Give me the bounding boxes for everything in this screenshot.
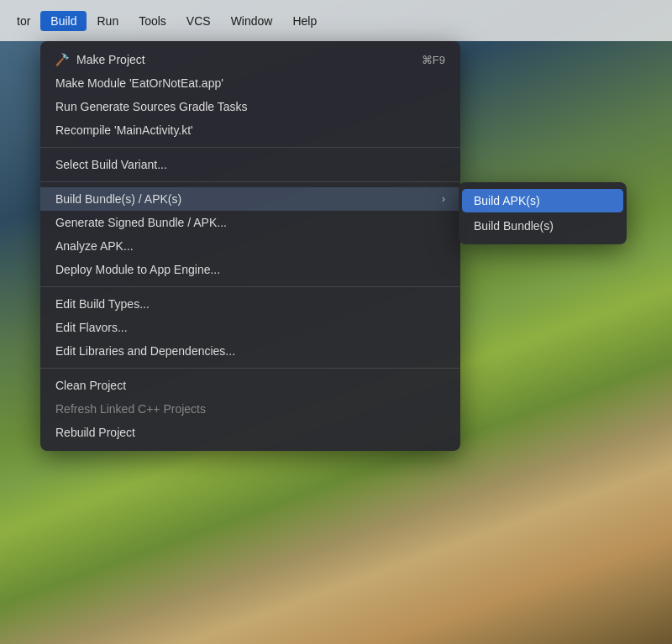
build-bundle-apk-item[interactable]: Build Bundle(s) / APK(s) › Build APK(s) … — [40, 187, 460, 211]
make-project-item[interactable]: 🔨 Make Project ⌘F9 — [40, 48, 460, 71]
make-project-shortcut: ⌘F9 — [422, 54, 445, 66]
build-apk-item[interactable]: Build APK(s) — [462, 189, 623, 212]
hammer-icon: 🔨 — [55, 53, 70, 66]
generate-signed-label: Generate Signed Bundle / APK... — [55, 216, 445, 229]
menu-section-2: Select Build Variant... — [40, 151, 460, 178]
menu-section-4: Edit Build Types... Edit Flavors... Edit… — [40, 291, 460, 364]
clean-project-item[interactable]: Clean Project — [40, 374, 460, 397]
rebuild-project-item[interactable]: Rebuild Project — [40, 421, 460, 444]
edit-build-types-label: Edit Build Types... — [55, 297, 445, 311]
run-generate-label: Run Generate Sources Gradle Tasks — [55, 100, 445, 113]
build-bundle-apk-label: Build Bundle(s) / APK(s) — [55, 192, 442, 206]
menubar: tor Build Run Tools VCS Window Help — [0, 0, 672, 41]
divider-1 — [40, 147, 460, 148]
menubar-item-tools[interactable]: Tools — [129, 11, 176, 31]
edit-libraries-item[interactable]: Edit Libraries and Dependencies... — [40, 339, 460, 363]
select-variant-item[interactable]: Select Build Variant... — [40, 153, 460, 176]
select-variant-label: Select Build Variant... — [55, 158, 445, 171]
menu-section-3: Build Bundle(s) / APK(s) › Build APK(s) … — [40, 186, 460, 283]
edit-flavors-item[interactable]: Edit Flavors... — [40, 316, 460, 339]
make-project-label: Make Project — [76, 53, 422, 66]
make-module-item[interactable]: Make Module 'EatOrNotEat.app' — [40, 71, 460, 95]
menu-section-1: 🔨 Make Project ⌘F9 Make Module 'EatOrNot… — [40, 46, 460, 144]
make-module-label: Make Module 'EatOrNotEat.app' — [55, 76, 445, 90]
deploy-module-label: Deploy Module to App Engine... — [55, 263, 445, 276]
deploy-module-item[interactable]: Deploy Module to App Engine... — [40, 258, 460, 281]
recompile-label: Recompile 'MainActivity.kt' — [55, 123, 445, 137]
clean-project-label: Clean Project — [55, 379, 445, 392]
menubar-item-run[interactable]: Run — [87, 11, 129, 31]
build-bundle-label: Build Bundle(s) — [474, 219, 554, 233]
generate-signed-item[interactable]: Generate Signed Bundle / APK... — [40, 211, 460, 234]
build-bundle-item[interactable]: Build Bundle(s) — [462, 214, 623, 238]
edit-flavors-label: Edit Flavors... — [55, 321, 445, 334]
analyze-apk-label: Analyze APK... — [55, 239, 445, 253]
build-apk-label: Build APK(s) — [474, 194, 540, 207]
analyze-apk-item[interactable]: Analyze APK... — [40, 234, 460, 258]
menubar-item-help[interactable]: Help — [282, 11, 327, 31]
menubar-item-vcs[interactable]: VCS — [176, 11, 221, 31]
menu-section-5: Clean Project Refresh Linked C++ Project… — [40, 372, 460, 446]
menubar-item-window[interactable]: Window — [221, 11, 283, 31]
menubar-item-build[interactable]: Build — [40, 11, 87, 31]
submenu-chevron-icon: › — [442, 193, 445, 205]
build-submenu: Build APK(s) Build Bundle(s) — [459, 182, 627, 244]
edit-build-types-item[interactable]: Edit Build Types... — [40, 292, 460, 316]
rebuild-project-label: Rebuild Project — [55, 426, 445, 439]
build-dropdown-menu: 🔨 Make Project ⌘F9 Make Module 'EatOrNot… — [40, 41, 460, 451]
refresh-linked-label: Refresh Linked C++ Projects — [55, 402, 445, 416]
divider-2 — [40, 181, 460, 182]
run-generate-item[interactable]: Run Generate Sources Gradle Tasks — [40, 95, 460, 118]
refresh-linked-item: Refresh Linked C++ Projects — [40, 397, 460, 421]
menubar-item-tor[interactable]: tor — [7, 11, 40, 31]
edit-libraries-label: Edit Libraries and Dependencies... — [55, 344, 445, 358]
recompile-item[interactable]: Recompile 'MainActivity.kt' — [40, 118, 460, 142]
divider-3 — [40, 286, 460, 287]
divider-4 — [40, 368, 460, 369]
